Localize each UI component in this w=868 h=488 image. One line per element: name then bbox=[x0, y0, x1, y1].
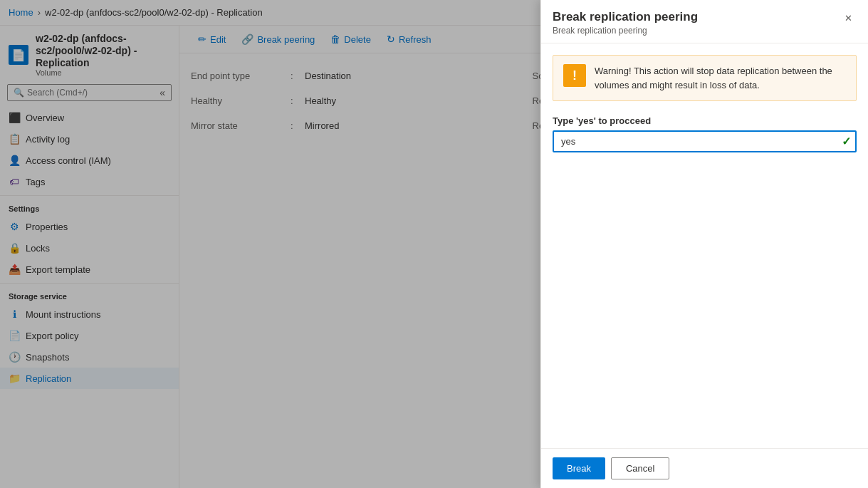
field-label: Type 'yes' to procceed bbox=[553, 115, 857, 126]
panel-title: Break replication peering bbox=[553, 10, 698, 24]
warning-icon: ! bbox=[563, 64, 586, 87]
break-button[interactable]: Break bbox=[553, 457, 605, 479]
close-icon: ✕ bbox=[845, 13, 852, 24]
panel-body: ! Warning! This action will stop data re… bbox=[541, 43, 868, 448]
warning-text: Warning! This action will stop data repl… bbox=[595, 64, 846, 92]
side-panel: Break replication peering Break replicat… bbox=[540, 0, 868, 488]
cancel-button[interactable]: Cancel bbox=[611, 457, 669, 479]
panel-footer: Break Cancel bbox=[541, 448, 868, 488]
panel-close-button[interactable]: ✕ bbox=[840, 10, 857, 26]
panel-title-area: Break replication peering Break replicat… bbox=[553, 10, 698, 36]
panel-subtitle: Break replication peering bbox=[553, 26, 698, 36]
warning-box: ! Warning! This action will stop data re… bbox=[553, 55, 857, 101]
yes-field-wrapper: ✓ bbox=[553, 130, 857, 152]
yes-input[interactable] bbox=[553, 130, 857, 152]
panel-header: Break replication peering Break replicat… bbox=[541, 0, 868, 43]
checkmark-icon: ✓ bbox=[842, 135, 851, 148]
